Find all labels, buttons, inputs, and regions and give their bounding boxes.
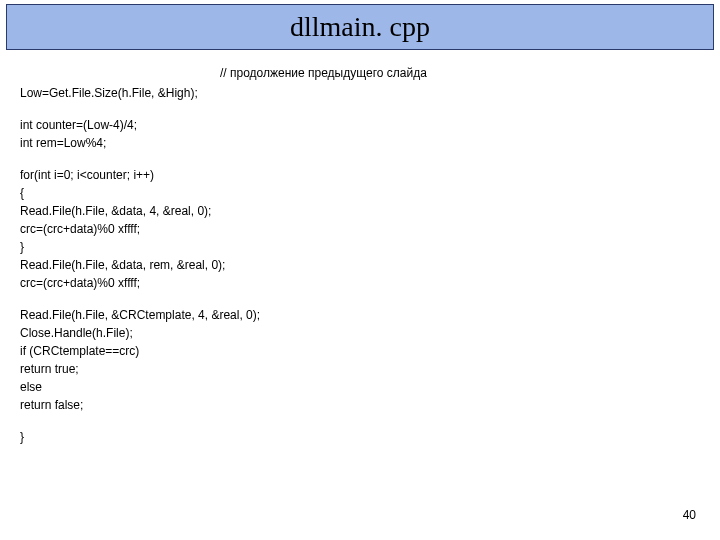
code-line: return true;	[20, 360, 700, 378]
code-block-3: for(int i=0; i<counter; i++) { Read.File…	[20, 166, 700, 292]
code-line: else	[20, 378, 700, 396]
code-block-5: }	[20, 428, 700, 446]
slide-title-bar: dllmain. cpp	[6, 4, 714, 50]
code-line: int counter=(Low-4)/4;	[20, 116, 700, 134]
code-line: Low=Get.File.Size(h.File, &High);	[20, 84, 700, 102]
code-line: for(int i=0; i<counter; i++)	[20, 166, 700, 184]
code-line: if (CRCtemplate==crc)	[20, 342, 700, 360]
code-block-1: Low=Get.File.Size(h.File, &High);	[20, 84, 700, 102]
code-block-4: Read.File(h.File, &CRCtemplate, 4, &real…	[20, 306, 700, 414]
code-line: Read.File(h.File, &CRCtemplate, 4, &real…	[20, 306, 700, 324]
code-line: Close.Handle(h.File);	[20, 324, 700, 342]
code-line: Read.File(h.File, &data, rem, &real, 0);	[20, 256, 700, 274]
code-line: int rem=Low%4;	[20, 134, 700, 152]
page-number: 40	[683, 508, 696, 522]
code-line: }	[20, 428, 700, 446]
code-line: return false;	[20, 396, 700, 414]
code-line: Read.File(h.File, &data, 4, &real, 0);	[20, 202, 700, 220]
slide-title: dllmain. cpp	[7, 11, 713, 43]
code-line: crc=(crc+data)%0 xffff;	[20, 220, 700, 238]
code-line: }	[20, 238, 700, 256]
code-line: {	[20, 184, 700, 202]
slide-content: // продолжение предыдущего слайда Low=Ge…	[0, 50, 720, 446]
code-line: crc=(crc+data)%0 xffff;	[20, 274, 700, 292]
code-comment: // продолжение предыдущего слайда	[220, 64, 700, 82]
code-block-2: int counter=(Low-4)/4; int rem=Low%4;	[20, 116, 700, 152]
